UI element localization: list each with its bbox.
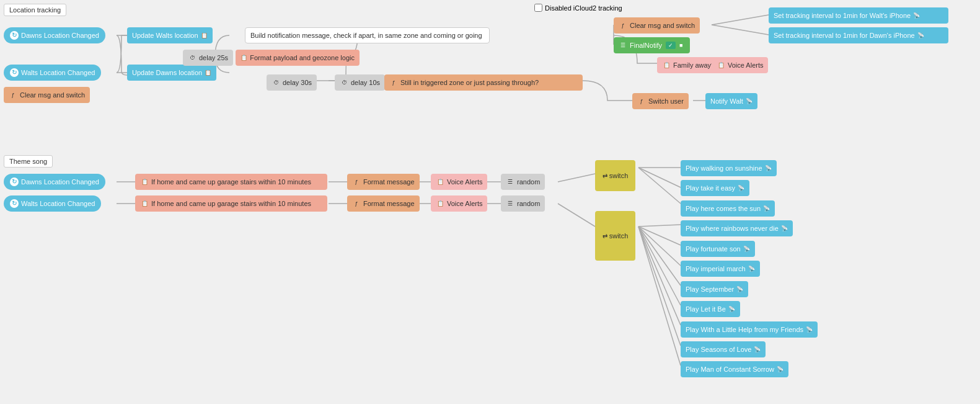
walts-location-changed-1[interactable]: ↻ Walts Location Changed (4, 65, 101, 81)
delay-25s[interactable]: ⏱ delay 25s (183, 50, 233, 66)
svg-line-26 (638, 227, 681, 285)
svg-line-9 (712, 25, 769, 35)
canvas: Location tracking Disabled iCloud2 track… (0, 0, 980, 404)
format-msg-dawn[interactable]: ƒ Format message (347, 174, 420, 190)
play-september[interactable]: Play September 📡 (681, 281, 748, 297)
voice-alerts-walt[interactable]: 📋 Voice Alerts (431, 195, 487, 212)
update-dawns-location[interactable]: Update Dawns location 📋 (127, 65, 216, 81)
disabled-icloud2-label: Disabled iCloud2 tracking (545, 4, 622, 12)
play-seasons-of-love[interactable]: Play Seasons of Love 📡 (681, 341, 766, 357)
random-walt[interactable]: ☰ random (501, 195, 545, 212)
still-in-zone[interactable]: ƒ Still in triggered zone or just passin… (384, 74, 583, 91)
play-fortunate-son[interactable]: Play fortunate son 📡 (681, 241, 755, 257)
play-with-little-help[interactable]: Play With a Little Help from my Friends … (681, 321, 818, 338)
svg-line-21 (638, 168, 681, 187)
family-away[interactable]: 📋 Family away? (657, 57, 720, 73)
svg-line-8 (712, 15, 769, 25)
svg-line-25 (638, 227, 681, 266)
set-tracking-dawn[interactable]: Set tracking interval to 1min for Dawn's… (769, 27, 948, 43)
if-home-dawn[interactable]: 📋 If home and came up garage stairs with… (135, 174, 327, 190)
switch-walt[interactable]: ⇄ switch (595, 211, 635, 261)
if-home-walt[interactable]: 📋 If home and came up garage stairs with… (135, 195, 327, 212)
update-walts-location[interactable]: Update Walts location 📋 (127, 27, 213, 43)
svg-line-24 (638, 227, 681, 245)
svg-line-23 (638, 225, 681, 227)
play-let-it-be[interactable]: Play Let it Be 📡 (681, 301, 740, 317)
svg-line-27 (638, 227, 681, 305)
build-notification[interactable]: Build notification message, check if apa… (245, 27, 490, 43)
format-payload[interactable]: 📋 Format payload and geozone logic (236, 50, 360, 66)
dawns-location-changed-1[interactable]: ↻ Dawns Location Changed (4, 27, 105, 43)
svg-line-19 (558, 204, 595, 227)
switch-dawn[interactable]: ⇄ switch (595, 160, 635, 191)
location-tracking-label: Location tracking (9, 6, 61, 14)
format-msg-walt[interactable]: ƒ Format message (347, 195, 420, 212)
delay-10s[interactable]: ⏱ delay 10s (335, 74, 385, 91)
section-label-theme: Theme song (4, 155, 53, 168)
voice-alerts-1[interactable]: 📋 Voice Alerts (712, 57, 768, 73)
disabled-icloud2-container: Disabled iCloud2 tracking (534, 4, 622, 12)
clear-msg-switch-right[interactable]: ƒ Clear msg and switch (614, 17, 700, 34)
play-where-rainbows-never-die[interactable]: Play where rainbows never die 📡 (681, 220, 793, 236)
set-tracking-walt[interactable]: Set tracking interval to 1min for Walt's… (769, 7, 948, 24)
disabled-icloud2-checkbox[interactable] (534, 4, 542, 12)
section-label-location: Location tracking (4, 4, 66, 16)
svg-line-22 (638, 168, 681, 204)
svg-line-18 (558, 174, 595, 182)
switch-user[interactable]: ƒ Switch user (632, 93, 689, 109)
final-notify[interactable]: ☰ FinalNotify ✓ ■ (614, 37, 690, 53)
notify-walt[interactable]: Notify Walt 📡 (705, 93, 757, 109)
theme-song-label: Theme song (9, 158, 47, 165)
delay-30s[interactable]: ⏱ delay 30s (267, 74, 317, 91)
svg-line-29 (638, 227, 681, 346)
svg-line-28 (638, 227, 681, 325)
clear-msg-switch-top[interactable]: ƒ Clear msg and switch (4, 87, 90, 103)
play-here-comes-the-sun[interactable]: Play here comes the sun 📡 (681, 200, 775, 217)
walts-location-changed-2[interactable]: ↻ Walts Location Changed (4, 195, 101, 212)
play-walking-on-sunshine[interactable]: Play walking on sunshine 📡 (681, 160, 777, 176)
play-imperial-march[interactable]: Play imperial march 📡 (681, 261, 760, 277)
play-take-it-easy[interactable]: Play take it easy 📡 (681, 180, 749, 196)
voice-alerts-dawn[interactable]: 📋 Voice Alerts (431, 174, 487, 190)
dawns-location-changed-2[interactable]: ↻ Dawns Location Changed (4, 174, 105, 190)
svg-line-30 (638, 227, 681, 366)
play-man-of-constant-sorrow[interactable]: Play Man of Constant Sorrow 📡 (681, 361, 788, 377)
random-dawn[interactable]: ☰ random (501, 174, 545, 190)
